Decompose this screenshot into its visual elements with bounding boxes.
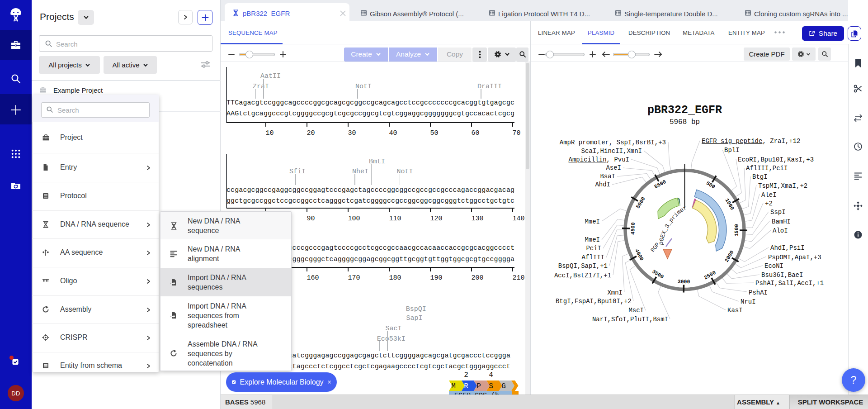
svg-text:2000: 2000 [723, 249, 735, 263]
svg-text:4500: 4500 [630, 222, 636, 235]
svg-text:1500: 1500 [733, 224, 739, 237]
svg-text:1000: 1000 [724, 197, 736, 211]
svg-text:4000: 4000 [634, 248, 645, 262]
svg-text:5500: 5500 [653, 179, 667, 190]
svg-text:2500: 2500 [703, 270, 717, 281]
svg-text:3500: 3500 [651, 268, 665, 280]
svg-text:500: 500 [705, 180, 717, 190]
svg-text:3000: 3000 [678, 279, 690, 285]
